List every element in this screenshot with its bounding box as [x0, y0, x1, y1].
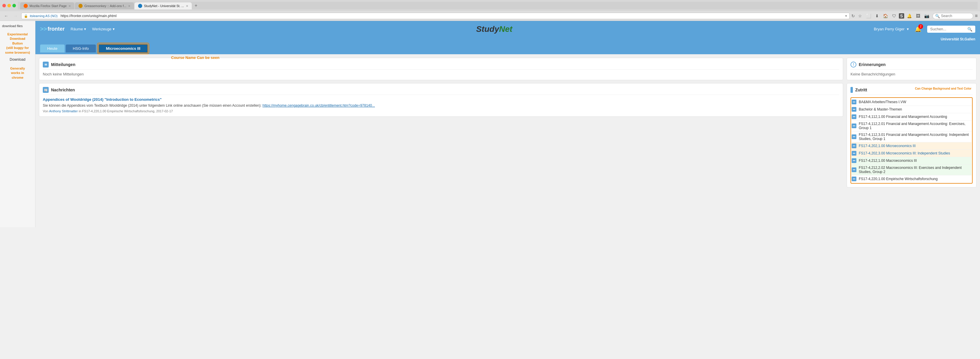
color-change-hint: Can Change Background and Text Color: [915, 87, 973, 90]
refresh-button[interactable]: ↻: [851, 14, 855, 18]
study-text: Study: [476, 24, 499, 33]
erinnerungen-card: ! Erinnerungen Keine Benachrichtigungen: [847, 58, 977, 80]
tab-firefox[interactable]: Mozilla Firefox Start Page ✕: [20, 2, 74, 10]
tab-hsg-info[interactable]: HSG-Info: [66, 44, 96, 52]
news-author[interactable]: Anthony Strittmatter: [49, 110, 78, 113]
studynet-icon: [138, 4, 142, 8]
url-dropdown-icon[interactable]: ▾: [845, 14, 847, 18]
werkzeuge-menu[interactable]: Werkzeuge ▾: [92, 27, 115, 31]
experimental-download-button[interactable]: Experimental Download Button (still bugg…: [5, 31, 30, 56]
list-item-macro-2: FS17-4,212,2.02 Macroeconomics III: Exer…: [852, 164, 972, 175]
close-button[interactable]: [2, 4, 6, 7]
tab-heute[interactable]: Heute: [40, 44, 65, 52]
erinnerungen-title: Erinnerungen: [859, 62, 886, 67]
zutritt-highlight-box: BA&MA Arbeiten/Theses I.VW Bachelor & Ma…: [851, 97, 973, 184]
forward-button[interactable]: →: [12, 13, 19, 19]
news-meta-suffix: in FS17-4,220,1.00 Empirische Wirtschaft…: [79, 110, 173, 113]
zutritt-list: BA&MA Arbeiten/Theses I.VW Bachelor & Ma…: [852, 98, 972, 183]
notification-bell[interactable]: 🔔 2: [915, 26, 921, 32]
minimize-button[interactable]: [7, 4, 11, 7]
maximize-button[interactable]: [13, 4, 16, 7]
user-dropdown-icon: ▾: [907, 27, 909, 31]
list-item-micro-2[interactable]: FS17-4,202,3.00 Microeconomics III: Inde…: [852, 150, 972, 157]
firefox-icon: [24, 4, 28, 8]
sync-icon[interactable]: S: [899, 13, 904, 19]
url-provider: itslearning AS (NO): [30, 14, 57, 18]
zutritt-micro-link-2[interactable]: FS17-4,202,3.00 Microeconomics III: Inde…: [859, 151, 950, 155]
user-name: Bryan Perry Giger: [874, 27, 904, 31]
search-icon: 🔍: [935, 14, 940, 18]
nachrichten-icon: 📰: [43, 87, 49, 93]
raume-label: Räume: [70, 27, 83, 31]
menu-icon[interactable]: ≡: [975, 13, 978, 19]
zutritt-micro-link-1[interactable]: FS17-4,202,1.00 Microeconomics III: [859, 144, 916, 148]
browser-search-input[interactable]: [941, 14, 970, 18]
notification-badge: 2: [918, 24, 923, 29]
list-item-micro-1[interactable]: FS17-4,202,1.00 Microeconomics III: [852, 142, 972, 150]
fronter-logo: >> fronter: [40, 25, 65, 32]
notifications-icon[interactable]: 🔔: [905, 13, 913, 19]
zutritt-item-icon: [852, 158, 856, 163]
browser-search-bar[interactable]: 🔍: [932, 13, 973, 19]
list-item-macro-1: FS17-4,212,1.00 Macroeconomics III: [852, 157, 972, 164]
zutritt-card: Zutritt Can Change Background and Text C…: [847, 83, 977, 187]
zutritt-item-icon: [852, 114, 856, 119]
screenshot-icon[interactable]: 🖼: [915, 13, 921, 19]
top-nav: >> fronter Räume ▾ Werkzeuge ▾ StudyNet …: [35, 21, 980, 37]
zutritt-item-label: FS17-4,212,1.00 Macroeconomics III: [859, 159, 917, 163]
search-submit-icon[interactable]: 🔍: [967, 27, 972, 32]
zutritt-item-label: FS17-4,112,2.01 Financial and Management…: [859, 122, 972, 130]
lock-icon: 🔒: [24, 14, 28, 18]
url-bar[interactable]: 🔒 itslearning AS (NO) https://fronter.co…: [21, 13, 850, 19]
zutritt-icon: [851, 87, 853, 93]
news-link[interactable]: https://myhome.cengagebrain.co.uk/cb/ent…: [262, 103, 375, 108]
erinnerungen-content: Keine Benachrichtigungen: [851, 72, 973, 76]
search-box[interactable]: 🔍: [927, 25, 975, 33]
tab-greasemonkey[interactable]: Greasemonkey :: Add-ons f... ✕: [75, 2, 134, 10]
zutritt-item-icon: [852, 100, 856, 104]
bookmark-add-icon[interactable]: ⬜: [865, 13, 873, 19]
tab-close-icon[interactable]: ✕: [186, 5, 188, 8]
home-icon[interactable]: 🏠: [881, 13, 889, 19]
werkzeuge-label: Werkzeuge: [92, 27, 111, 31]
zutritt-item-label: FS17-4,112,3.01 Financial and Management…: [859, 133, 972, 141]
zutritt-item-icon: [852, 176, 856, 181]
download-files-label: download files: [1, 23, 34, 29]
list-item: BA&MA Arbeiten/Theses I.VW: [852, 98, 972, 106]
zutritt-item-icon: [852, 143, 856, 148]
shield-icon[interactable]: 🛡: [891, 13, 898, 19]
download-icon[interactable]: ⬇: [874, 13, 880, 19]
tab-close-icon[interactable]: ✕: [68, 5, 71, 8]
zutritt-item-icon: [852, 124, 856, 128]
camera-icon[interactable]: 📷: [923, 13, 931, 19]
news-meta-prefix: Von: [43, 110, 49, 113]
raume-menu[interactable]: Räume ▾: [70, 27, 86, 31]
list-item: FS17-4,220,1.00 Empirische Wirtschaftsfo…: [852, 175, 972, 183]
zutritt-item-label: FS17-4,220,1.00 Empirische Wirtschaftsfo…: [859, 177, 937, 181]
traffic-lights: [2, 4, 16, 7]
studynet-title: StudyNet: [476, 24, 512, 33]
user-menu[interactable]: Bryan Perry Giger ▾: [874, 27, 909, 31]
mitteilungen-content: Noch keine Mitteilungen: [43, 72, 839, 76]
fronter-text: fronter: [48, 26, 65, 32]
news-meta: Von Anthony Strittmatter in FS17-4,220,1…: [43, 110, 839, 113]
download-label: Download: [10, 57, 25, 62]
tab-microeconomics[interactable]: Microeconomics III: [98, 44, 148, 53]
zutritt-item-icon: [852, 167, 856, 172]
tab-label: Mozilla Firefox Start Page: [30, 4, 67, 8]
tab-studynet[interactable]: StudyNet - Universität St. ... ✕: [135, 2, 192, 10]
zutritt-item-label: BA&MA Arbeiten/Theses I.VW: [859, 100, 906, 104]
zutritt-item-label: Bachelor & Master-Themen: [859, 107, 902, 111]
zutritt-item-label: FS17-4,112,1.00 Financial and Management…: [859, 114, 947, 119]
new-tab-button[interactable]: +: [192, 2, 200, 10]
search-input[interactable]: [930, 27, 966, 31]
news-title[interactable]: Appendices of Wooldridge (2014) "Introdu…: [43, 97, 839, 102]
back-button[interactable]: ←: [2, 13, 10, 19]
news-body-text: Sie können die Appendices vom Textbuch W…: [43, 103, 262, 108]
generally-works-label: Generally works in chrome: [1, 65, 34, 81]
zutritt-item-label: FS17-4,212,2.02 Macroeconomics III: Exer…: [859, 166, 972, 174]
bookmarks-icon[interactable]: ☆: [857, 13, 864, 19]
zutritt-item-icon: [852, 107, 856, 112]
werkzeuge-dropdown-icon: ▾: [113, 27, 115, 31]
tab-close-icon[interactable]: ✕: [128, 5, 130, 8]
